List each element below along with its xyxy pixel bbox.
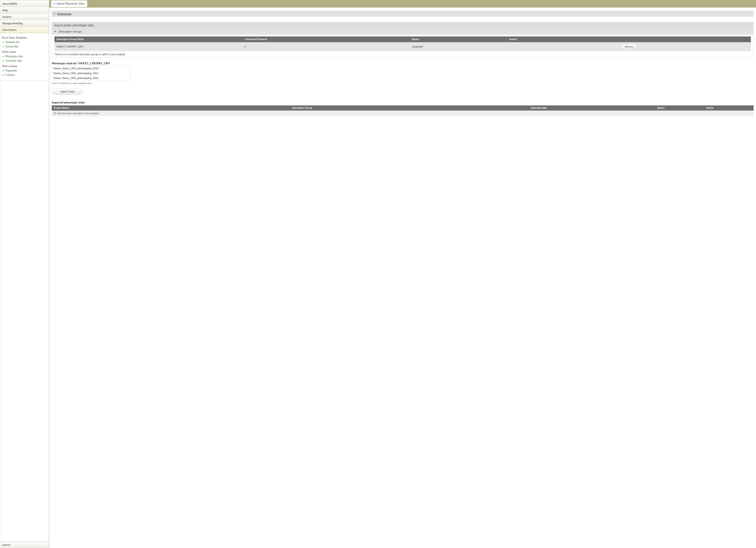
import-panel: Import public phenotypic data Descriptor… (52, 22, 754, 57)
descriptor-groups-title: Descriptor Groups (59, 30, 82, 33)
col-projects: # Imported Projects (243, 36, 410, 42)
tab-import-phenotypic[interactable]: Import Phenotypic Data (51, 0, 87, 7)
top-bar: Import Phenotypic Data (49, 0, 756, 8)
chevron-right-icon (54, 13, 55, 15)
sidebar-subheading-lookup: Data Lookup (2, 64, 47, 68)
sidebar-subheading-public: Public Data (2, 50, 47, 54)
list-item[interactable]: Sweet_cherry_CRS_phenotyping_2010 (52, 66, 130, 71)
import-trials-button[interactable]: Import Trials (52, 88, 83, 95)
imported-title: Imported phenotypic trials (52, 101, 754, 104)
imp-col-action: Action (704, 105, 754, 111)
col-action: Action (507, 36, 751, 42)
trials-listbox[interactable]: Sweet_cherry_CRS_phenotyping_2010 Sweet_… (52, 66, 130, 81)
trials-title: Phenotypic trials for 'SWEET_CHERRY_CRS' (52, 62, 754, 65)
cell-projects: 0 (243, 42, 410, 51)
imp-col-descriptor: Descriptor Group (290, 105, 529, 111)
col-name: Descriptor Group Name (54, 36, 243, 42)
sidebar-item-help[interactable]: Help (0, 7, 49, 13)
instructions-label: Instructions (57, 12, 71, 15)
cell-status: completed (410, 42, 507, 51)
remove-button[interactable]: Remove (621, 44, 637, 49)
list-item[interactable]: Sweet_cherry_CRS_phenotyping_2011 (52, 71, 130, 76)
imported-trials-table: Project Name Descriptor Group Imported d… (52, 105, 754, 116)
sidebar-subheading-excel: Excel Data Templates (2, 36, 47, 39)
imported-empty: No trial has been imported to this progr… (52, 111, 754, 116)
sidebar-item-about[interactable]: About BIMS (0, 1, 49, 7)
list-item[interactable]: Sweet_cherry_CRS_phenotyping_2012 (52, 76, 130, 81)
link-upload-data[interactable]: Upload data (5, 45, 18, 48)
link-template-list[interactable]: Template list (5, 41, 19, 44)
col-status: Status (410, 36, 507, 42)
sidebar-panel-data-import: Excel Data Templates Template list Uploa… (0, 33, 49, 81)
imp-col-date: Imported date (529, 105, 655, 111)
table-row: SWEET_CHERRY_CRS 0 completed Remove (54, 42, 751, 51)
link-genotypic-data[interactable]: Genotypic data (5, 59, 22, 62)
window-icon (53, 3, 55, 5)
descriptor-groups-header[interactable]: Descriptor Groups (52, 29, 753, 35)
cell-name: SWEET_CHERRY_CRS (54, 42, 243, 51)
sidebar-spacer (0, 81, 49, 542)
sidebar-item-archive[interactable]: Archive (0, 14, 49, 20)
instructions-accordion[interactable]: Instructions (52, 11, 754, 17)
descriptor-groups-table: Descriptor Group Name # Imported Project… (54, 36, 751, 51)
imp-col-status: Status (655, 105, 704, 111)
sidebar-item-manage-breeding[interactable]: Manage Breeding (0, 20, 49, 26)
trials-hint: Use Ctl or Shift key to select multiple … (52, 82, 754, 85)
sidebar-item-data-import[interactable]: Data Import (0, 27, 49, 33)
link-phenotypic-data[interactable]: Phenotypic data (5, 55, 23, 58)
descriptor-groups-subpanel: Descriptor Groups Descriptor Group Name … (52, 29, 753, 57)
link-contacts[interactable]: Contacts (5, 73, 15, 76)
link-organisms[interactable]: Organisms (5, 69, 17, 72)
chevron-down-icon (54, 31, 56, 32)
main-content: Instructions Import public phenotypic da… (49, 8, 756, 548)
sidebar-item-search[interactable]: Search (0, 542, 49, 548)
main: Import Phenotypic Data Instructions Impo… (49, 0, 756, 548)
cell-action: Remove (507, 42, 751, 51)
tab-label: Import Phenotypic Data (57, 2, 84, 5)
descriptor-empty-note: There is no available descriptor group t… (54, 53, 751, 56)
imp-col-project: Project Name (52, 105, 290, 111)
sidebar: About BIMS Help Archive Manage Breeding … (0, 0, 49, 548)
import-panel-title: Import public phenotypic data (52, 22, 753, 29)
table-row: No trial has been imported to this progr… (52, 111, 754, 116)
